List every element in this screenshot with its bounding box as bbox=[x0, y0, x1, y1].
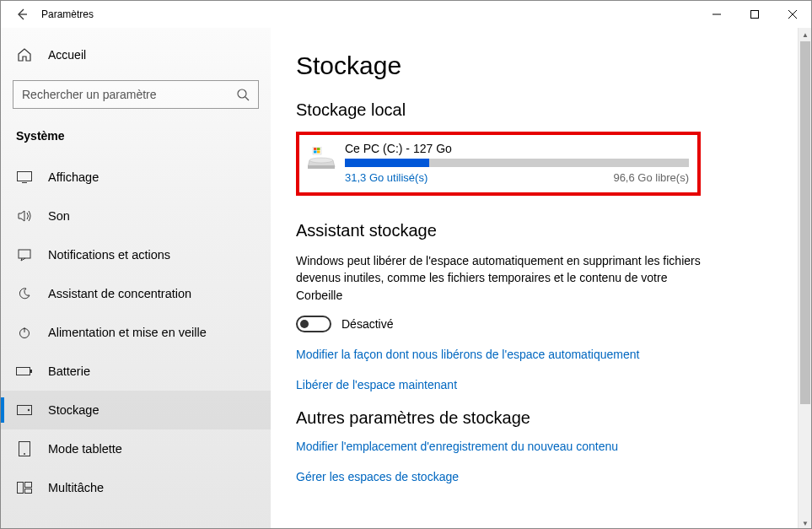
local-storage-title: Stockage local bbox=[296, 100, 786, 120]
sidebar-item-son[interactable]: Son bbox=[1, 197, 271, 235]
main-content: Stockage Stockage local bbox=[271, 28, 811, 529]
sidebar-group-label: Système bbox=[1, 124, 271, 158]
notifications-icon bbox=[16, 248, 33, 262]
link-manage-storage-spaces[interactable]: Gérer les espaces de stockage bbox=[296, 470, 786, 483]
minimize-icon bbox=[713, 10, 721, 19]
other-title: Autres paramètres de stockage bbox=[296, 408, 786, 428]
assistant-title: Assistant stockage bbox=[296, 221, 786, 240]
svg-rect-11 bbox=[18, 483, 24, 494]
vertical-scrollbar[interactable]: ▲ ▼ bbox=[798, 28, 811, 529]
storage-icon bbox=[16, 405, 33, 415]
scroll-up-arrow[interactable]: ▲ bbox=[799, 28, 812, 41]
sidebar-item-label: Stockage bbox=[48, 403, 99, 417]
svg-rect-6 bbox=[30, 370, 32, 373]
search-icon bbox=[236, 88, 250, 101]
scroll-down-arrow[interactable]: ▼ bbox=[799, 516, 812, 529]
sidebar-item-stockage[interactable]: Stockage bbox=[1, 391, 271, 429]
sidebar-item-label: Notifications et actions bbox=[48, 248, 170, 262]
drive-row[interactable]: Ce PC (C:) - 127 Go 31,3 Go utilisé(s) 9… bbox=[308, 142, 689, 184]
svg-point-19 bbox=[309, 158, 333, 163]
close-button[interactable] bbox=[773, 1, 811, 28]
drive-free: 96,6 Go libre(s) bbox=[613, 171, 689, 184]
svg-rect-15 bbox=[314, 148, 317, 150]
assistant-body: Windows peut libérer de l'espace automat… bbox=[296, 252, 701, 304]
display-icon bbox=[16, 171, 33, 183]
sidebar-item-multitache[interactable]: Multitâche bbox=[1, 468, 271, 507]
svg-point-10 bbox=[24, 453, 25, 455]
sidebar-item-label: Affichage bbox=[48, 170, 99, 184]
drive-progress bbox=[345, 159, 689, 167]
tablet-icon bbox=[16, 441, 33, 456]
sidebar-item-label: Mode tablette bbox=[48, 442, 122, 456]
minimize-button[interactable] bbox=[697, 1, 735, 28]
sidebar-item-label: Son bbox=[48, 209, 70, 223]
search-box[interactable] bbox=[13, 80, 259, 109]
battery-icon bbox=[16, 366, 33, 376]
sidebar-item-label: Assistant de concentration bbox=[48, 287, 191, 300]
titlebar: Paramètres bbox=[1, 1, 811, 28]
svg-rect-12 bbox=[25, 483, 32, 488]
back-button[interactable] bbox=[9, 8, 33, 21]
link-modify-free-space[interactable]: Modifier la façon dont nous libérons de … bbox=[296, 348, 786, 361]
link-change-save-location[interactable]: Modifier l'emplacement d'enregistrement … bbox=[296, 440, 786, 453]
maximize-icon bbox=[750, 10, 759, 19]
svg-rect-20 bbox=[308, 165, 335, 169]
sidebar-item-label: Batterie bbox=[48, 364, 90, 378]
toggle-knob bbox=[300, 320, 309, 328]
drive-name: Ce PC (C:) - 127 Go bbox=[345, 142, 689, 155]
sidebar-item-concentration[interactable]: Assistant de concentration bbox=[1, 274, 271, 313]
drive-highlight: Ce PC (C:) - 127 Go 31,3 Go utilisé(s) 9… bbox=[296, 132, 701, 196]
sidebar-home[interactable]: Accueil bbox=[1, 38, 271, 72]
drive-icon bbox=[308, 147, 336, 170]
svg-rect-5 bbox=[17, 368, 30, 375]
svg-point-1 bbox=[238, 89, 246, 98]
maximize-button[interactable] bbox=[735, 1, 773, 28]
sound-icon bbox=[16, 209, 33, 223]
sidebar-item-batterie[interactable]: Batterie bbox=[1, 352, 271, 391]
drive-progress-fill bbox=[345, 159, 429, 167]
svg-rect-0 bbox=[750, 11, 758, 19]
svg-rect-3 bbox=[19, 250, 30, 258]
svg-point-8 bbox=[28, 409, 30, 411]
sidebar-home-label: Accueil bbox=[48, 48, 86, 62]
storage-sense-toggle[interactable] bbox=[296, 316, 331, 332]
power-icon bbox=[16, 326, 33, 339]
drive-used: 31,3 Go utilisé(s) bbox=[345, 171, 428, 184]
svg-rect-18 bbox=[317, 151, 320, 154]
arrow-left-icon bbox=[14, 8, 28, 21]
sidebar-item-alimentation[interactable]: Alimentation et mise en veille bbox=[1, 313, 271, 352]
svg-rect-17 bbox=[314, 151, 317, 154]
svg-rect-16 bbox=[317, 148, 320, 150]
home-icon bbox=[16, 47, 33, 62]
close-icon bbox=[788, 10, 797, 19]
sidebar-item-tablette[interactable]: Mode tablette bbox=[1, 429, 271, 468]
toggle-label: Désactivé bbox=[341, 317, 393, 331]
sidebar-item-affichage[interactable]: Affichage bbox=[1, 158, 271, 197]
svg-rect-13 bbox=[25, 489, 32, 494]
multitasking-icon bbox=[16, 482, 33, 494]
search-input[interactable] bbox=[22, 88, 236, 101]
sidebar-item-notifications[interactable]: Notifications et actions bbox=[1, 235, 271, 274]
page-title: Stockage bbox=[296, 51, 786, 80]
sidebar-item-label: Multitâche bbox=[48, 481, 104, 494]
scroll-thumb[interactable] bbox=[800, 41, 810, 404]
sidebar-item-label: Alimentation et mise en veille bbox=[48, 326, 207, 339]
sidebar: Accueil Système Affichage Son Notificati… bbox=[1, 28, 271, 529]
window-title: Paramètres bbox=[41, 8, 94, 20]
link-free-space-now[interactable]: Libérer de l'espace maintenant bbox=[296, 378, 786, 391]
moon-icon bbox=[16, 287, 33, 300]
svg-rect-2 bbox=[18, 172, 32, 181]
